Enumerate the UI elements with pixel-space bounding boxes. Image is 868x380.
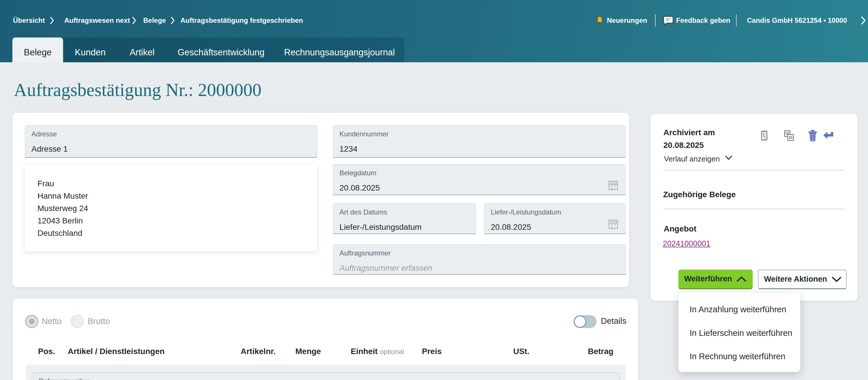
svg-text:17: 17 — [610, 223, 616, 229]
svg-text:17: 17 — [610, 184, 616, 190]
